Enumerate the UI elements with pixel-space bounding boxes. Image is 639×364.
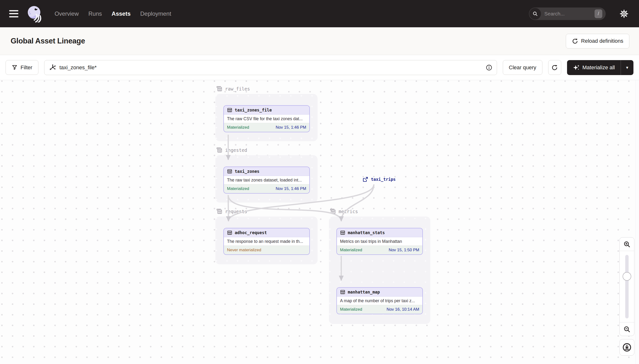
slash-shortcut-badge: / bbox=[594, 10, 602, 18]
zoom-slider[interactable] bbox=[620, 251, 634, 322]
filter-label: Filter bbox=[21, 64, 32, 71]
nav-link-deployment[interactable]: Deployment bbox=[139, 8, 173, 19]
asset-group-icon bbox=[216, 147, 223, 154]
group-label-raw_files[interactable]: raw_files bbox=[216, 86, 250, 92]
download-image-button[interactable] bbox=[619, 339, 634, 356]
external-link-icon bbox=[362, 176, 369, 182]
asset-query-input-box[interactable] bbox=[44, 60, 497, 75]
asset-footer: Materialized Nov 15, 1:50 PM bbox=[337, 246, 422, 254]
menu-icon[interactable] bbox=[9, 10, 18, 18]
search-input[interactable] bbox=[544, 11, 594, 17]
asset-name: manhattan_map bbox=[348, 290, 380, 294]
asset-footer: Never materialized bbox=[224, 246, 309, 254]
table-icon bbox=[227, 108, 232, 113]
reload-icon bbox=[572, 38, 578, 44]
timestamp: Nov 16, 10:14 AM bbox=[387, 307, 419, 312]
group-label-metrics[interactable]: metrics bbox=[329, 208, 358, 215]
materialize-all-label: Materialize all bbox=[582, 64, 615, 71]
scrollbar-gutter bbox=[635, 80, 639, 364]
asset-node-taxi_zones_file[interactable]: taxi_zones_file The raw CSV file for the… bbox=[223, 105, 310, 132]
asset-name: taxi_zones bbox=[235, 169, 259, 174]
asset-node-manhattan_stats[interactable]: manhattan_stats Metrics on taxi trips in… bbox=[336, 228, 423, 255]
table-icon bbox=[340, 230, 345, 235]
group-name: requests bbox=[225, 209, 247, 214]
table-icon bbox=[227, 230, 232, 235]
clear-query-button[interactable]: Clear query bbox=[503, 60, 542, 75]
asset-node-manhattan_map[interactable]: manhattan_map A map of the number of tri… bbox=[336, 287, 423, 314]
status-label: Materialized bbox=[340, 307, 362, 312]
asset-node-header: manhattan_stats bbox=[337, 228, 422, 237]
asset-node-adhoc_request[interactable]: adhoc_request The response to an request… bbox=[223, 228, 310, 255]
external-asset-name: taxi_trips bbox=[371, 177, 396, 182]
asset-name: manhattan_stats bbox=[348, 230, 385, 235]
dagster-logo[interactable] bbox=[27, 5, 43, 22]
lineage-canvas[interactable]: raw_files ingested requests metrics bbox=[0, 80, 639, 364]
asset-name: taxi_zones_file bbox=[235, 108, 272, 112]
external-asset-taxi_trips[interactable]: taxi_trips bbox=[362, 176, 396, 182]
asset-footer: Materialized Nov 15, 1:46 PM bbox=[224, 123, 309, 132]
asset-group-icon bbox=[216, 86, 223, 92]
gear-icon[interactable] bbox=[619, 9, 629, 18]
materialize-all-split-button: Materialize all ▾ bbox=[567, 60, 634, 75]
clear-query-label: Clear query bbox=[509, 64, 536, 71]
group-name: metrics bbox=[339, 209, 358, 214]
zoom-slider-thumb[interactable] bbox=[622, 272, 631, 281]
asset-group-icon bbox=[329, 208, 336, 215]
asset-name: adhoc_request bbox=[235, 230, 267, 235]
materialize-options-caret[interactable]: ▾ bbox=[621, 60, 633, 75]
zoom-in-icon bbox=[623, 240, 631, 248]
asset-node-taxi_zones[interactable]: taxi_zones The raw taxi zones dataset, l… bbox=[223, 166, 310, 194]
group-label-requests[interactable]: requests bbox=[216, 208, 247, 215]
asset-footer: Materialized Nov 15, 1:46 PM bbox=[224, 184, 309, 193]
timestamp: Nov 15, 1:50 PM bbox=[389, 248, 419, 252]
reload-definitions-button[interactable]: Reload definitions bbox=[566, 34, 629, 48]
asset-description: The raw taxi zones dataset, loaded int..… bbox=[224, 176, 309, 184]
search-icon bbox=[529, 8, 541, 20]
page-header: Global Asset Lineage Reload definitions bbox=[0, 27, 639, 55]
lineage-query-icon bbox=[49, 64, 56, 71]
download-icon bbox=[622, 342, 632, 352]
asset-node-header: taxi_zones_file bbox=[224, 106, 309, 115]
group-name: raw_files bbox=[225, 86, 250, 92]
reload-definitions-label: Reload definitions bbox=[581, 38, 623, 44]
sparkle-icon bbox=[573, 64, 579, 71]
asset-query-input[interactable] bbox=[60, 64, 482, 71]
asset-footer: Materialized Nov 16, 10:14 AM bbox=[337, 305, 422, 314]
asset-description: Metrics on taxi trips in Manhattan bbox=[337, 237, 422, 246]
status-label: Materialized bbox=[227, 186, 249, 191]
timestamp: Nov 15, 1:46 PM bbox=[276, 125, 306, 130]
status-label: Materialized bbox=[340, 248, 362, 252]
nav-link-runs[interactable]: Runs bbox=[87, 8, 103, 19]
table-icon bbox=[227, 169, 232, 174]
top-nav: Overview Runs Assets Deployment / bbox=[0, 0, 639, 27]
caret-down-icon: ▾ bbox=[626, 65, 628, 70]
nav-link-assets[interactable]: Assets bbox=[110, 8, 132, 19]
primary-nav: Overview Runs Assets Deployment bbox=[53, 8, 173, 19]
lineage-edges bbox=[0, 80, 639, 364]
filter-button[interactable]: Filter bbox=[6, 60, 39, 75]
status-label: Never materialized bbox=[227, 248, 261, 252]
zoom-slider-track[interactable] bbox=[625, 255, 628, 318]
group-name: ingested bbox=[225, 148, 247, 153]
lineage-toolbar: Filter Clear query bbox=[0, 55, 639, 80]
refresh-button[interactable] bbox=[548, 60, 561, 75]
nav-link-overview[interactable]: Overview bbox=[53, 8, 80, 19]
table-icon bbox=[340, 290, 345, 295]
asset-description: The response to an request made in th... bbox=[224, 237, 309, 246]
timestamp: Nov 15, 1:46 PM bbox=[276, 186, 306, 191]
group-label-ingested[interactable]: ingested bbox=[216, 147, 247, 154]
refresh-icon bbox=[551, 64, 558, 71]
status-label: Materialized bbox=[227, 125, 249, 130]
search-box[interactable]: / bbox=[529, 8, 606, 20]
info-icon[interactable] bbox=[486, 64, 492, 71]
asset-node-header: taxi_zones bbox=[224, 167, 309, 176]
asset-description: The raw CSV file for the taxi zones dat.… bbox=[224, 115, 309, 123]
asset-node-header: manhattan_map bbox=[337, 288, 422, 297]
asset-node-header: adhoc_request bbox=[224, 228, 309, 237]
zoom-out-button[interactable] bbox=[620, 322, 634, 336]
materialize-all-button[interactable]: Materialize all bbox=[567, 60, 621, 75]
zoom-in-button[interactable] bbox=[620, 238, 634, 251]
zoom-out-icon bbox=[623, 326, 631, 333]
asset-group-icon bbox=[216, 208, 223, 215]
page-title: Global Asset Lineage bbox=[11, 37, 85, 46]
